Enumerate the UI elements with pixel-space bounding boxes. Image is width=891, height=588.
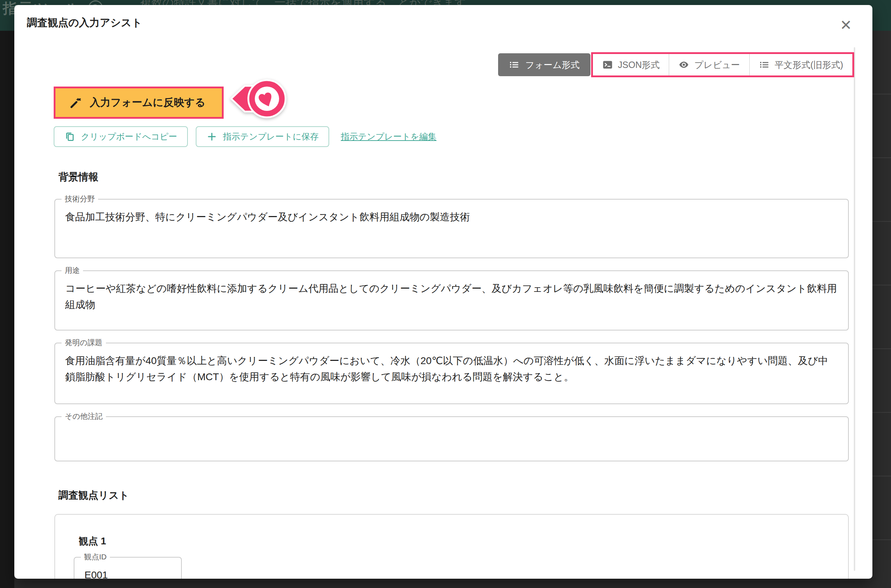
highlighted-toggle-group: JSON形式 プレビュー 平文形式(旧形式) — [591, 52, 855, 77]
notes-field-value — [55, 417, 848, 426]
viewpoint-list-heading: 調査観点リスト — [58, 489, 129, 502]
eye-icon — [678, 59, 689, 70]
viewpoint-id-label: 観点ID — [81, 552, 110, 562]
viewpoint-id-input[interactable]: 観点ID E001 — [74, 557, 182, 579]
tab-plain-format[interactable]: 平文形式(旧形式) — [749, 54, 853, 75]
apply-button-highlight: 入力フォームに反映する — [54, 87, 224, 119]
tech-field-label: 技術分野 — [62, 194, 98, 204]
screen: 指示ツール? 複数の特許文書に対して、一括で指示を適用することができます 調査観… — [0, 0, 891, 588]
copy-to-clipboard-button[interactable]: クリップボードへコピー — [54, 126, 188, 147]
save-template-label: 指示テンプレートに保存 — [223, 131, 319, 142]
scrollbar[interactable] — [854, 47, 855, 571]
problem-field-value: 食用油脂含有量が40質量％以上と高いクリーミングパウダーにおいて、冷水（20℃以… — [55, 344, 848, 385]
apply-to-form-label: 入力フォームに反映する — [90, 96, 205, 110]
tab-preview-label: プレビュー — [694, 59, 740, 71]
heart-cursor-annotation — [228, 76, 293, 123]
copy-icon — [65, 131, 75, 142]
plus-icon — [206, 131, 217, 142]
use-field-value: コーヒーや紅茶などの嗜好性飲料に添加するクリーム代用品としてのクリーミングパウダ… — [55, 271, 848, 313]
list-icon — [759, 59, 770, 70]
background-info-heading: 背景情報 — [58, 170, 98, 184]
viewpoint-card-title: 観点 1 — [79, 535, 106, 548]
view-format-toolbar: フォーム形式 JSON形式 プレビュー — [498, 52, 854, 77]
backdrop-left-shade — [0, 31, 14, 588]
use-field-label: 用途 — [62, 266, 83, 275]
secondary-actions-row: クリップボードへコピー 指示テンプレートに保存 指示テンプレートを編集 — [54, 126, 437, 147]
magic-wand-icon — [69, 96, 83, 110]
list-icon — [509, 59, 520, 70]
apply-to-form-button[interactable]: 入力フォームに反映する — [56, 88, 222, 117]
tab-preview[interactable]: プレビュー — [669, 54, 749, 75]
tab-form-format[interactable]: フォーム形式 — [498, 53, 590, 76]
tab-json-format-label: JSON形式 — [618, 59, 660, 71]
tech-field-value: 食品加工技術分野、特にクリーミングパウダー及びインスタント飲料用組成物の製造技術 — [55, 200, 848, 225]
terminal-icon — [602, 59, 613, 70]
use-field-input[interactable]: 用途 コーヒーや紅茶などの嗜好性飲料に添加するクリーム代用品としてのクリーミング… — [54, 270, 849, 330]
tab-plain-format-label: 平文形式(旧形式) — [775, 59, 843, 71]
problem-field-input[interactable]: 発明の課題 食用油脂含有量が40質量％以上と高いクリーミングパウダーにおいて、冷… — [54, 343, 849, 404]
close-icon[interactable]: ✕ — [837, 16, 855, 34]
input-assist-modal: 調査観点の入力アシスト ✕ フォーム形式 JSON形式 — [14, 5, 872, 579]
viewpoint-card: 観点 1 観点ID E001 — [54, 514, 849, 579]
modal-title: 調査観点の入力アシスト — [27, 16, 142, 30]
tab-form-format-label: フォーム形式 — [525, 59, 580, 71]
tech-field-input[interactable]: 技術分野 食品加工技術分野、特にクリーミングパウダー及びインスタント飲料用組成物… — [54, 199, 849, 258]
edit-template-link[interactable]: 指示テンプレートを編集 — [341, 131, 436, 142]
problem-field-label: 発明の課題 — [62, 338, 106, 348]
tab-json-format[interactable]: JSON形式 — [593, 54, 669, 75]
save-template-button[interactable]: 指示テンプレートに保存 — [196, 126, 329, 147]
copy-to-clipboard-label: クリップボードへコピー — [81, 131, 177, 142]
notes-field-label: その他注記 — [62, 411, 106, 422]
notes-field-input[interactable]: その他注記 — [54, 416, 849, 461]
